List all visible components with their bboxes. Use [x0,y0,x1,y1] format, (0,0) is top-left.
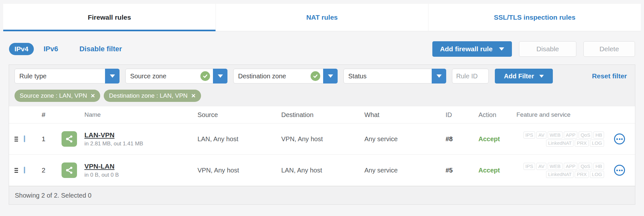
row-menu-ellipsis-button[interactable] [614,133,625,144]
rule-traffic: in 2.81 MB, out 1.41 MB [84,141,197,147]
dropdown-caret-button[interactable] [105,69,120,83]
rule-name-link[interactable]: LAN-VPN [84,131,114,139]
drag-handle[interactable] [14,168,18,173]
share-icon [62,131,77,147]
what-cell: Any service [364,167,446,174]
drag-handle-icon [14,137,18,142]
badge-qos: QoS [579,132,592,139]
filter-chip-source-zone: Source zone : LAN, VPN ✕ [14,90,100,102]
rule-name-link[interactable]: VPN-LAN [84,162,114,170]
badge-line-2: LinkedNAT PRX LOG [516,171,604,178]
toolbar: IPv4 IPv6 Disable filter Add firewall ru… [9,41,635,57]
badge-ips: IPS [524,163,535,170]
chevron-down-icon [110,74,115,78]
badge-web: WEB [548,132,562,139]
filter-chip-destination-zone: Destination zone : LAN, VPN ✕ [104,90,201,102]
tab-bar: Firewall rules NAT rules SSL/TLS inspect… [3,4,641,31]
tab-nat-rules[interactable]: NAT rules [216,4,428,31]
badge-av: AV [536,132,546,139]
row-checkbox-cell [24,167,33,173]
status-select-label: Status [344,73,432,80]
action-cell: Accept [478,135,514,143]
badge-ips: IPS [524,132,535,139]
header-features: Feature and service [516,111,604,118]
badge-prx: PRX [575,171,589,178]
row-checkbox-cell [24,136,33,142]
tab-label: SSL/TLS inspection rules [494,14,575,21]
filter-chips-row: Source zone : LAN, VPN ✕ Destination zon… [14,90,630,102]
features-cell: IPS AV WEB APP QoS HB LinkedNAT PRX LOG [516,132,604,147]
disable-button[interactable]: Disable [519,41,576,57]
tab-ssl-tls-inspection-rules[interactable]: SSL/TLS inspection rules [428,4,641,31]
source-cell: VPN, Any host [197,167,281,174]
badge-linkednat: LinkedNAT [546,171,573,178]
row-checkbox[interactable] [24,167,25,173]
filter-chip-label: Destination zone : LAN, VPN [109,92,187,99]
row-menu-cell [604,133,635,144]
add-firewall-rule-button[interactable]: Add firewall rule [432,41,512,57]
badge-log: LOG [590,171,604,178]
ipv6-toggle[interactable]: IPv6 [43,45,58,53]
table-row: 2 VPN-LAN in 0 B, out 0 B VPN, Any host [9,155,635,186]
badge-line-2: LinkedNAT PRX LOG [516,140,604,147]
disable-filter-link[interactable]: Disable filter [79,45,122,53]
action-cell: Accept [478,167,514,174]
add-filter-label: Add Filter [504,73,534,80]
delete-button[interactable]: Delete [583,41,635,57]
rule-id-cell: #5 [446,167,473,174]
row-checkbox[interactable] [24,135,25,142]
row-number: 1 [33,135,54,143]
remove-chip-icon[interactable]: ✕ [91,93,95,99]
row-menu-cell [604,165,635,176]
filter-chip-label: Source zone : LAN, VPN [20,92,87,99]
dropdown-caret-button[interactable] [213,69,227,83]
remove-chip-icon[interactable]: ✕ [191,93,196,99]
rule-id-cell: #8 [446,135,473,143]
badge-linkednat: LinkedNAT [546,140,573,147]
header-destination: Destination [281,111,364,119]
reset-filter-link[interactable]: Reset filter [592,72,630,80]
tab-label: Firewall rules [88,14,131,21]
filter-panel: Rule type Source zone Destination zone [9,65,635,106]
table-footer: Showing 2 of 2. Selected 0 [9,186,635,204]
source-zone-select-label: Source zone [126,73,200,80]
status-select[interactable]: Status [343,69,446,83]
badge-line-1: IPS AV WEB APP QoS HB [516,132,604,139]
drag-handle[interactable] [14,137,18,142]
ipv4-toggle[interactable]: IPv4 [9,43,34,55]
what-cell: Any service [364,135,446,143]
badge-hb: HB [593,132,604,139]
badge-log: LOG [590,140,604,147]
rule-type-select-label: Rule type [15,73,105,80]
features-cell: IPS AV WEB APP QoS HB LinkedNAT PRX LOG [516,163,604,178]
badge-line-1: IPS AV WEB APP QoS HB [516,163,604,170]
rule-icon-cell [62,162,77,178]
tab-firewall-rules[interactable]: Firewall rules [3,4,216,31]
badge-web: WEB [548,163,562,170]
destination-zone-select[interactable]: Destination zone [233,69,338,83]
source-cell: LAN, Any host [197,135,281,143]
rule-id-input[interactable] [452,69,489,83]
filter-row: Rule type Source zone Destination zone [14,69,630,83]
rule-icon-cell [62,131,77,147]
header-num: # [33,111,54,119]
rule-type-select[interactable]: Rule type [14,69,120,83]
table-header: # Name Source Destination What ID Action… [9,106,635,123]
showing-summary: Showing 2 of 2. Selected 0 [15,192,91,199]
dropdown-caret-button[interactable] [323,69,338,83]
destination-zone-select-label: Destination zone [234,73,311,80]
dropdown-caret-button[interactable] [432,69,446,83]
rule-name-cell: LAN-VPN in 2.81 MB, out 1.41 MB [84,131,197,147]
badge-hb: HB [593,163,604,170]
row-menu-ellipsis-button[interactable] [614,165,625,176]
source-zone-select[interactable]: Source zone [125,69,227,83]
chevron-down-icon [437,74,442,78]
rules-container: Rule type Source zone Destination zone [9,64,635,205]
badge-av: AV [536,163,546,170]
add-filter-button[interactable]: Add Filter [495,69,553,83]
badge-app: APP [564,163,577,170]
badge-qos: QoS [579,163,592,170]
table-row: 1 LAN-VPN in 2.81 MB, out 1.41 MB LAN, A… [9,123,635,155]
chevron-down-icon [218,74,223,78]
chevron-down-icon [499,47,504,51]
